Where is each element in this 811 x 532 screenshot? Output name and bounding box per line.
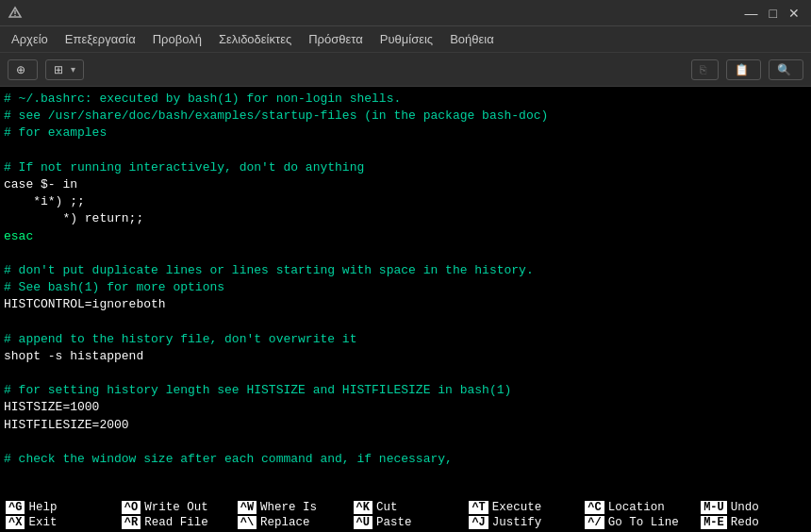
code-line: *) return;; — [4, 210, 807, 227]
split-view-button[interactable]: ⊞ ▾ — [45, 59, 84, 80]
menu-item[interactable]: Σελιδοδείκτες — [211, 30, 299, 48]
shortcut-item: ^KCut — [348, 500, 464, 515]
menu-item[interactable]: Επεξεργασία — [58, 30, 143, 48]
code-line: # check the window size after each comma… — [4, 451, 807, 468]
shortcut-item: ^TExecute — [463, 500, 579, 515]
title-bar: — □ ✕ — [0, 0, 811, 26]
minimize-button[interactable]: — — [741, 7, 762, 20]
code-line — [4, 434, 807, 451]
svg-point-2 — [14, 14, 16, 16]
shortcut-key: M-E — [701, 516, 727, 529]
shortcut-label: Exit — [28, 516, 57, 529]
toolbar: ⊕ ⊞ ▾ ⎘ 📋 🔍 — [0, 53, 811, 87]
menu-item[interactable]: Πρόσθετα — [301, 30, 371, 48]
split-view-icon: ⊞ — [54, 63, 63, 76]
shortcut-label: Paste — [376, 516, 412, 529]
dropdown-arrow-icon: ▾ — [71, 64, 75, 75]
code-line: HISTCONTROL=ignoreboth — [4, 296, 807, 313]
code-line — [4, 313, 807, 330]
shortcut-item: ^UPaste — [348, 515, 464, 530]
code-line — [4, 142, 807, 159]
code-line: esac — [4, 228, 807, 245]
shortcut-label: Location — [608, 501, 665, 514]
shortcut-item: ^OWrite Out — [116, 500, 232, 515]
maximize-button[interactable]: □ — [766, 7, 781, 20]
menu-item[interactable]: Ρυθμίσεις — [372, 30, 440, 48]
code-line: # ~/.bashrc: executed by bash(1) for non… — [4, 91, 807, 108]
code-line: case $- in — [4, 176, 807, 193]
menu-item[interactable]: Προβολή — [145, 30, 209, 48]
code-line: shopt -s histappend — [4, 348, 807, 365]
menu-bar: ΑρχείοΕπεξεργασίαΠροβολήΣελιδοδείκτεςΠρό… — [0, 26, 811, 53]
new-tab-icon: ⊕ — [16, 63, 25, 76]
shortcut-key: ^X — [6, 516, 25, 529]
copy-icon: ⎘ — [700, 63, 706, 76]
shortcut-key: ^U — [354, 516, 372, 529]
shortcut-item: ^/Go To Line — [579, 515, 695, 530]
paste-button[interactable]: 📋 — [726, 59, 761, 80]
shortcut-item: ^WWhere Is — [232, 500, 348, 515]
search-button[interactable]: 🔍 — [769, 59, 803, 80]
code-line — [4, 365, 807, 382]
shortcut-item: ^XExit — [0, 515, 116, 530]
code-line: # If not running interactively, don't do… — [4, 159, 807, 176]
copy-button[interactable]: ⎘ — [691, 59, 719, 80]
code-line: HISTFILESIZE=2000 — [4, 417, 807, 434]
code-line: # see /usr/share/doc/bash/examples/start… — [4, 108, 807, 125]
shortcut-key: ^O — [122, 501, 141, 514]
code-line: # See bash(1) for more options — [4, 279, 807, 296]
title-bar-left — [8, 6, 28, 21]
new-tab-button[interactable]: ⊕ — [8, 59, 38, 80]
menu-item[interactable]: Βοήθεια — [442, 30, 502, 48]
shortcut-key: ^\ — [238, 516, 257, 529]
code-area[interactable]: # ~/.bashrc: executed by bash(1) for non… — [0, 89, 811, 498]
code-line — [4, 245, 807, 262]
shortcut-key: ^/ — [585, 516, 604, 529]
menu-item[interactable]: Αρχείο — [4, 30, 56, 48]
shortcut-label: Go To Line — [608, 516, 679, 529]
shortcut-label: Write Out — [144, 501, 208, 514]
shortcut-key: ^R — [122, 516, 141, 529]
code-line: # for setting history length see HISTSIZ… — [4, 382, 807, 399]
shortcut-item: ^CLocation — [579, 500, 695, 515]
shortcut-item: ^GHelp — [0, 500, 116, 515]
code-line: *i*) ;; — [4, 193, 807, 210]
shortcut-key: ^K — [354, 501, 372, 514]
shortcut-label: Cut — [376, 501, 398, 514]
shortcut-label: Execute — [492, 501, 542, 514]
paste-icon: 📋 — [735, 63, 749, 76]
editor-container: # ~/.bashrc: executed by bash(1) for non… — [0, 87, 811, 532]
shortcut-label: Undo — [731, 501, 759, 514]
code-line: # don't put duplicate lines or lines sta… — [4, 262, 807, 279]
code-line: # append to the history file, don't over… — [4, 331, 807, 348]
shortcut-key: ^C — [585, 501, 604, 514]
code-line: HISTSIZE=1000 — [4, 399, 807, 416]
shortcut-label: Justify — [492, 516, 542, 529]
shortcut-label: Help — [28, 501, 57, 514]
title-bar-controls[interactable]: — □ ✕ — [741, 7, 803, 20]
nano-shortcuts: ^GHelp^OWrite Out^WWhere Is^KCut^TExecut… — [0, 498, 811, 532]
shortcut-key: ^T — [469, 501, 488, 514]
search-icon: 🔍 — [777, 63, 791, 76]
shortcut-label: Read File — [144, 516, 208, 529]
shortcut-item: ^RRead File — [116, 515, 232, 530]
shortcut-item: M-ERedo — [695, 515, 811, 530]
shortcut-label: Where Is — [260, 501, 317, 514]
shortcut-label: Redo — [731, 516, 759, 529]
code-line: # for examples — [4, 125, 807, 141]
shortcut-key: M-U — [701, 501, 727, 514]
shortcut-key: ^G — [6, 501, 25, 514]
close-button[interactable]: ✕ — [785, 7, 803, 20]
shortcut-label: Replace — [260, 516, 310, 529]
shortcut-item: M-UUndo — [695, 500, 811, 515]
shortcut-key: ^J — [469, 516, 488, 529]
app-icon — [8, 6, 23, 21]
shortcut-item: ^JJustify — [463, 515, 579, 530]
shortcut-item: ^\Replace — [232, 515, 348, 530]
shortcut-key: ^W — [238, 501, 257, 514]
